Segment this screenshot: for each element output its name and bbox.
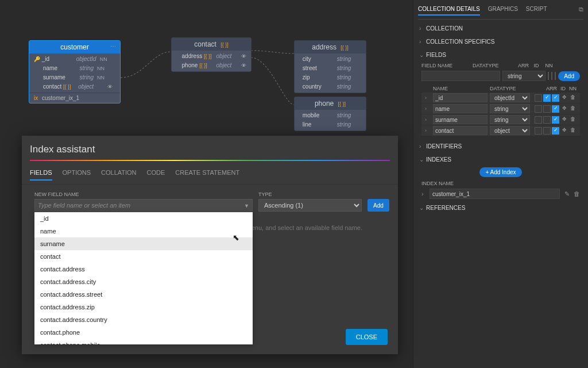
entity-field-row[interactable]: mobilestring [295,111,366,120]
entity-field-row[interactable]: address [{ }]object👁 [172,52,251,61]
nn-checkbox[interactable] [552,127,559,135]
delete-icon[interactable]: 🗑 [569,116,577,124]
nn-checkbox[interactable] [555,72,556,80]
entity-field-row[interactable]: 🔑_idobjectIdNN [29,55,120,64]
move-icon[interactable]: ✥ [560,116,568,124]
add-field-button[interactable]: Add [558,71,580,81]
move-icon[interactable]: ✥ [560,105,568,113]
delete-icon[interactable]: 🗑 [574,190,580,197]
entity-header[interactable]: address [{ }] [295,41,366,53]
section-indexes[interactable]: ⌄INDEXES [418,154,583,165]
arr-checkbox[interactable] [535,94,542,102]
id-checkbox[interactable] [543,116,551,124]
arr-checkbox[interactable] [548,72,549,80]
arr-checkbox[interactable] [535,116,542,124]
tab-collection-details[interactable]: COLLECTION DETAILS [418,6,480,16]
move-icon[interactable]: ✥ [560,94,568,102]
layout-toggle-icon[interactable]: ⧉ [579,6,583,16]
section-collection[interactable]: ›COLLECTION [418,23,583,34]
chevron-right-icon[interactable]: › [425,128,431,133]
dropdown-item[interactable]: contact.address.city [34,275,253,288]
eye-icon[interactable]: 👁 [241,52,246,60]
tab-create-statement[interactable]: CREATE STATEMENT [175,166,239,181]
entity-contact[interactable]: contact [{ }] address [{ }]object👁phone … [171,37,252,72]
id-checkbox[interactable] [551,72,552,80]
tab-graphics[interactable]: GRAPHICS [488,6,518,16]
move-icon[interactable]: ✥ [560,127,568,135]
index-name-input[interactable] [430,189,560,199]
field-type-select[interactable]: string [490,115,530,124]
dropdown-item[interactable]: contact.address.street [34,288,253,301]
entity-header[interactable]: customer ⋯ [29,41,120,53]
entity-field-row[interactable]: contact [{ }]object👁 [29,82,120,91]
nn-checkbox[interactable] [552,116,559,124]
field-type: string [337,64,354,72]
field-type: string [337,121,354,129]
dropdown-item[interactable]: contact [34,250,253,263]
chevron-right-icon[interactable]: › [425,106,431,112]
entity-field-row[interactable]: citystring [295,55,366,64]
entity-field-row[interactable]: linestring [295,120,366,129]
eye-icon[interactable]: 👁 [107,83,115,91]
nn-checkbox[interactable] [552,105,559,113]
datatype-select[interactable]: string [502,71,546,81]
more-icon[interactable]: ⋯ [110,43,117,49]
field-name-input[interactable] [421,71,500,81]
delete-icon[interactable]: 🗑 [569,105,577,113]
field-name-input[interactable] [433,126,488,135]
chevron-right-icon[interactable]: › [425,117,431,122]
tab-script[interactable]: SCRIPT [526,6,547,16]
add-index-button[interactable]: + Add Index [479,167,521,177]
field-type-select[interactable]: string [490,104,530,113]
arr-checkbox[interactable] [535,127,542,135]
id-checkbox[interactable] [543,94,551,102]
dropdown-item[interactable]: surname [34,237,253,250]
tab-collation[interactable]: COLLATION [101,166,137,181]
field-name-input[interactable] [433,93,488,102]
id-checkbox[interactable] [543,105,551,113]
entity-customer[interactable]: customer ⋯ 🔑_idobjectIdNNnamestringNNsur… [29,40,121,103]
dropdown-item[interactable]: _id [34,212,253,225]
entity-field-row[interactable]: namestringNN [29,64,120,73]
chevron-right-icon[interactable]: › [421,190,427,197]
entity-field-row[interactable]: phone [{ }]object👁 [172,61,251,70]
type-select[interactable]: Ascending (1) [258,199,362,212]
entity-address[interactable]: address [{ }] citystringstreetstringzips… [294,40,366,93]
dropdown-item[interactable]: name [34,225,253,237]
id-checkbox[interactable] [543,127,551,135]
arr-checkbox[interactable] [535,105,542,113]
section-collection-specifics[interactable]: ›COLLECTION SPECIFICS [418,36,583,47]
section-identifiers[interactable]: ›IDENTIFIERS [418,141,583,152]
delete-icon[interactable]: 🗑 [569,127,577,135]
dropdown-item[interactable]: contact.phone [34,326,253,339]
entity-field-row[interactable]: zipstring [295,73,366,82]
section-fields[interactable]: ⌄FIELDS [418,49,583,60]
field-name-input[interactable] [433,104,488,113]
chevron-right-icon[interactable]: › [425,95,431,101]
dropdown-item[interactable]: contact.address [34,263,253,275]
entity-header[interactable]: phone [{ }] [295,97,366,110]
entity-field-row[interactable]: countrystring [295,82,366,91]
field-type-select[interactable]: object [490,126,530,135]
edit-icon[interactable]: ✎ [564,190,570,197]
field-type-select[interactable]: objectId [490,93,530,102]
tab-fields[interactable]: FIELDS [30,166,52,181]
dropdown-item[interactable]: contact.phone.mobile [34,339,253,344]
eye-icon[interactable]: 👁 [241,62,246,70]
field-name-input[interactable] [433,115,488,124]
dropdown-item[interactable]: contact.address.zip [34,301,253,313]
entity-field-row[interactable]: streetstring [295,64,366,73]
entity-field-row[interactable]: surnamestringNN [29,73,120,82]
entity-header[interactable]: contact [{ }] [172,38,251,51]
dropdown-arrow-icon[interactable]: ▼ [244,203,249,209]
dropdown-item[interactable]: contact.address.country [34,313,253,326]
section-references[interactable]: ⌄REFERENCES [418,202,583,213]
add-button[interactable]: Add [368,199,389,212]
tab-code[interactable]: CODE [147,166,165,181]
entity-phone[interactable]: phone [{ }] mobilestringlinestring [294,97,366,131]
delete-icon[interactable]: 🗑 [569,94,577,102]
nn-checkbox[interactable] [552,94,559,102]
close-button[interactable]: CLOSE [346,329,388,345]
new-field-name-input[interactable] [34,199,253,212]
tab-options[interactable]: OPTIONS [63,166,91,181]
